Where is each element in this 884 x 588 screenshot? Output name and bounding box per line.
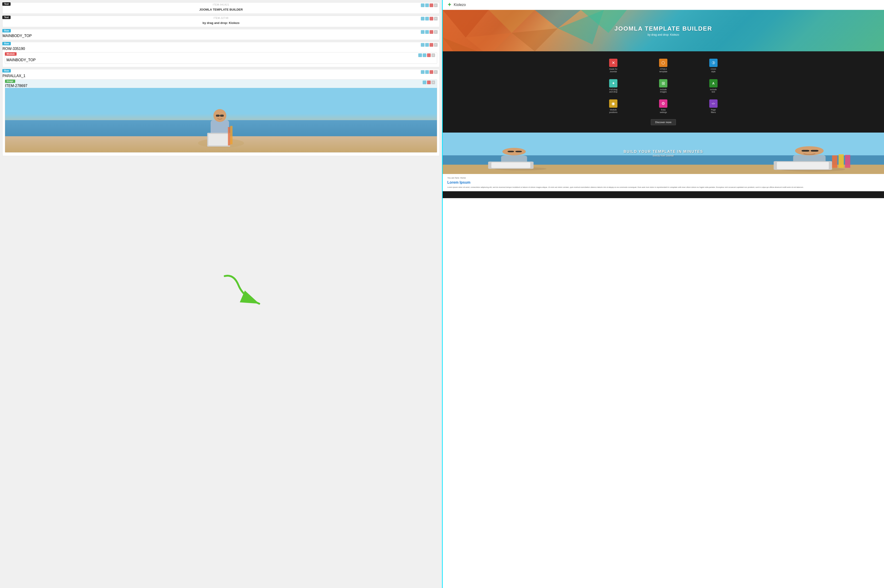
feature-drag: ✦ Full dragand drop	[601, 76, 626, 96]
tag-text-2: Text	[2, 16, 11, 19]
delete-icon-module[interactable]	[427, 53, 431, 57]
tag-row-2: Row	[2, 42, 11, 45]
item-id-1: ITEM-941921	[3, 3, 440, 7]
feature-text: A Includetext	[701, 76, 726, 96]
module-label: MAINBODY_TOP	[5, 57, 437, 63]
feature-gap-6	[676, 97, 701, 117]
tag-image: Image	[5, 80, 15, 83]
settings-icon-1[interactable]	[425, 3, 429, 7]
html5-icon: ⬡	[659, 58, 667, 67]
nested-module: Module + MAINBODY_TOP	[5, 52, 437, 64]
svg-marker-12	[489, 10, 535, 33]
add-icon-image[interactable]: +	[431, 81, 435, 84]
tag-row-3: Row	[2, 69, 11, 72]
feature-gap-2	[676, 56, 701, 76]
svg-rect-34	[810, 150, 818, 152]
discover-button[interactable]: Discover more	[651, 119, 676, 125]
settings-icon-row1[interactable]	[425, 30, 429, 34]
tag-module: Module	[5, 52, 17, 56]
svg-rect-5	[220, 115, 224, 117]
delete-icon-row3[interactable]	[429, 70, 433, 74]
lorem-text: Lorem ipsum dolor sit amet, consectetur …	[447, 186, 879, 189]
svg-rect-10	[230, 126, 233, 144]
settings-label: Easysettings	[660, 109, 667, 114]
add-icon-module[interactable]: +	[431, 53, 435, 57]
item-title-2: by drag and drop: Kiolezo	[3, 20, 440, 27]
add-icon-2[interactable]: +	[434, 17, 438, 21]
svg-rect-4	[216, 115, 220, 117]
css3-icon: ③	[709, 58, 717, 67]
action-icons-row2: +	[421, 43, 438, 47]
lorem-title: Lorem Ipsum	[447, 180, 879, 184]
settings-icon-row3[interactable]	[425, 70, 429, 74]
features-grid: ✕ Made forJoomla! ⬡ HTML5template ③ CSS3…	[601, 56, 726, 117]
module-label: Modulepositions	[609, 109, 618, 114]
image-preview: Image + ITEM-278697	[5, 80, 437, 153]
edit-icon-row1[interactable]	[421, 30, 425, 34]
edit-icon-image[interactable]	[423, 81, 426, 84]
action-icons-module: +	[418, 53, 435, 57]
hero-title: JOOMLA TEMPLATE BUILDER	[614, 25, 712, 32]
text-label: Includetext	[710, 88, 717, 93]
row-section-2: Row + ROW-335190 Module + MAINBODY_TOP	[2, 42, 440, 67]
add-icon-1[interactable]: +	[434, 3, 438, 7]
delete-icon-1[interactable]	[429, 3, 433, 7]
settings-icon-module[interactable]	[423, 53, 426, 57]
right-panel: ✦ Kiolezo JOOMLA TEMPLATE BUILDER by dra…	[442, 0, 884, 588]
delete-icon-row1[interactable]	[429, 30, 433, 34]
action-icons-row1: +	[421, 30, 438, 34]
beach-photo	[5, 88, 437, 152]
filters-label: Pagefilters	[711, 109, 716, 114]
settings-icon-row2[interactable]	[425, 43, 429, 47]
edit-icon-module[interactable]	[418, 53, 422, 57]
feature-html5: ⬡ HTML5template	[651, 56, 676, 76]
edit-icon-1[interactable]	[421, 3, 425, 7]
feature-css3: ③ CSS3style	[701, 56, 726, 76]
tag-text-1: Text	[2, 2, 11, 6]
svg-rect-26	[507, 151, 514, 152]
joomla-icon: ✕	[609, 58, 617, 67]
row3-label: PARALLAX_1	[3, 74, 440, 78]
beach-preview-section: BUILD YOUR TEMPLATE IN MINUTES directly …	[443, 132, 884, 174]
svg-rect-8	[208, 134, 229, 146]
feature-gap-1	[626, 56, 651, 76]
svg-rect-33	[801, 150, 809, 152]
svg-marker-13	[466, 33, 512, 51]
text-icon: A	[709, 79, 717, 87]
add-icon-row1[interactable]: +	[434, 30, 438, 34]
settings-icon: ⚙	[659, 99, 667, 108]
delete-icon-row2[interactable]	[429, 43, 433, 47]
item-id-2: ITEM-32748	[3, 16, 440, 20]
delete-icon-image[interactable]	[427, 81, 431, 84]
action-icons-1: +	[421, 3, 438, 7]
image-item-id: ITEM-278697	[5, 84, 437, 88]
svg-marker-11	[443, 10, 489, 38]
builder-item-1: Text + ITEM-941921 JOOMLA TEMPLATE BUILD…	[2, 2, 440, 14]
svg-rect-29	[491, 162, 530, 168]
edit-icon-row3[interactable]	[421, 70, 425, 74]
feature-gap-4	[676, 76, 701, 96]
action-icons-image: +	[423, 81, 435, 84]
feature-module: ◉ Modulepositions	[601, 97, 626, 117]
beach-text-overlay: BUILD YOUR TEMPLATE IN MINUTES directly …	[624, 150, 703, 157]
svg-rect-36	[777, 162, 829, 170]
delete-icon-2[interactable]	[429, 17, 433, 21]
settings-icon-2[interactable]	[425, 17, 429, 21]
svg-rect-38	[839, 154, 844, 168]
edit-icon-2[interactable]	[421, 17, 425, 21]
row-section-1: Row + MAINBODY_TOP	[2, 29, 440, 40]
module-icon: ◉	[609, 99, 617, 108]
svg-marker-17	[512, 28, 558, 51]
svg-rect-37	[832, 155, 837, 168]
builder-item-2: Text + ITEM-32748 by drag and drop: Kiol…	[2, 16, 440, 27]
add-icon-row3[interactable]: +	[434, 70, 438, 74]
add-icon-row2[interactable]: +	[434, 43, 438, 47]
feature-filters: </> Pagefilters	[701, 97, 726, 117]
dark-footer	[443, 191, 884, 198]
filters-icon: </>	[709, 99, 717, 108]
feature-settings: ⚙ Easysettings	[651, 97, 676, 117]
css3-label: CSS3style	[711, 68, 716, 73]
svg-point-25	[502, 148, 525, 155]
feature-gap-3	[626, 76, 651, 96]
edit-icon-row2[interactable]	[421, 43, 425, 47]
